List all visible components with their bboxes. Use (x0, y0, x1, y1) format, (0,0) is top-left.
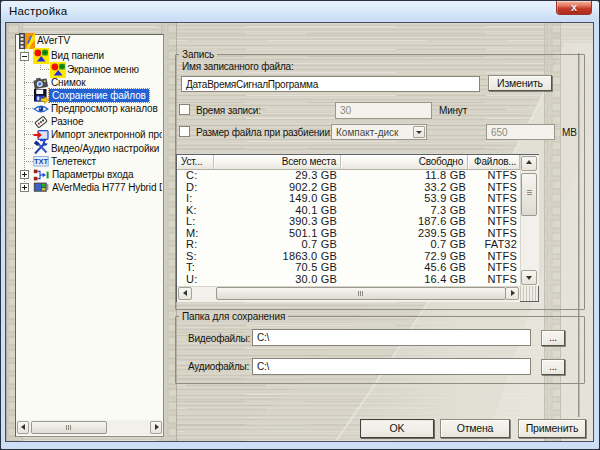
svg-text:TXT: TXT (34, 157, 49, 166)
